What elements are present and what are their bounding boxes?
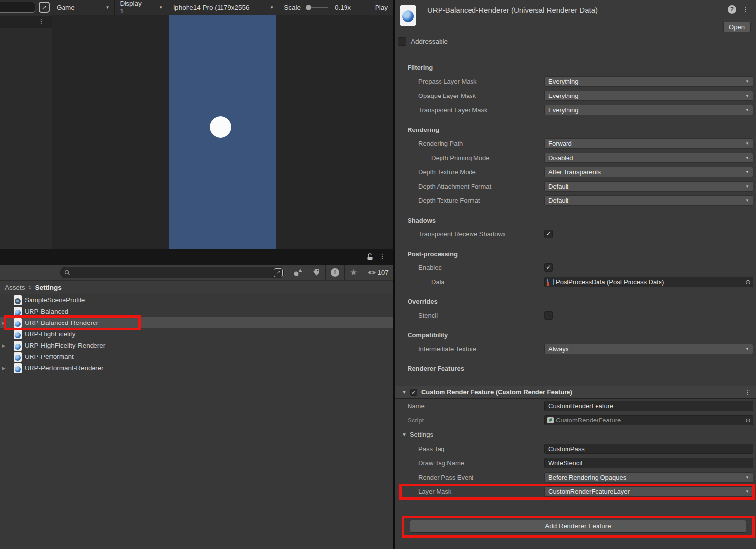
dropdown-value: Forward [548,140,572,147]
search-by-label-button[interactable] [307,265,325,280]
feature-script-object-field[interactable]: # CustomRenderFeature ⊙ [544,415,753,425]
chevron-right-icon: > [29,284,32,291]
search-in-new-window-icon[interactable]: ↗ [274,268,283,277]
search-input[interactable]: ↗ [60,267,284,278]
feature-name-input[interactable]: CustomRenderFeature [544,401,753,411]
post-process-data-object-field[interactable]: PostProcessData (Post Process Data) ⊙ [544,277,753,287]
section-rendering: Rendering [408,126,756,134]
resolution-dropdown[interactable]: iphohe14 Pro (1179x2556 ▼ [168,0,279,15]
depth-texture-format-dropdown[interactable]: Default▼ [544,195,753,206]
object-picker-icon[interactable]: ⊙ [743,277,753,287]
breadcrumb-settings[interactable]: Settings [35,284,62,291]
transparent-layer-mask-dropdown[interactable]: Everything▼ [544,105,753,115]
kebab-menu-icon[interactable]: ⋮ [744,388,751,396]
list-item[interactable]: URP-Balanced [0,306,393,317]
breadcrumb-assets[interactable]: Assets [5,284,25,291]
foldout-open-icon[interactable]: ▼ [402,389,407,395]
field-label: Opaque Layer Mask [395,92,544,99]
addressable-checkbox[interactable] [398,37,406,46]
help-icon[interactable]: ? [728,5,736,14]
opaque-layer-mask-dropdown[interactable]: Everything▼ [544,91,753,101]
project-file-list: SampleSceneProfile URP-Balanced ▶ URP-Ba… [0,294,393,549]
object-picker-icon[interactable]: ⊙ [743,416,753,425]
pass-tag-input[interactable]: CustomPass [544,444,753,454]
intermediate-texture-dropdown[interactable]: Always▼ [544,344,753,354]
kebab-menu-icon[interactable]: ⋮ [742,5,749,13]
game-tab-dropdown[interactable]: Game ▼ [52,0,115,15]
field-label: Name [395,402,544,410]
search-by-import-log-button[interactable]: ! [325,265,344,280]
open-button[interactable]: Open [723,22,751,32]
foldout-closed-icon[interactable]: ▶ [0,343,8,348]
urp-asset-icon [14,307,22,317]
tag-icon [312,268,320,277]
display-label: Display 1 [120,0,146,15]
depth-priming-mode-dropdown[interactable]: Disabled▼ [544,153,753,163]
section-post-processing: Post-processing [408,250,756,258]
list-item[interactable]: URP-HighFidelity [0,328,393,340]
object-field-value: CustomRenderFeature [556,417,621,424]
field-label: Transparent Receive Shadows [395,230,544,238]
add-renderer-feature-button[interactable]: Add Renderer Feature [410,520,746,533]
dropdown-value: Default [548,183,568,190]
display-dropdown[interactable]: Display 1 ▼ [115,0,168,15]
feature-enabled-checkbox[interactable]: ✓ [410,389,417,396]
depth-texture-mode-dropdown[interactable]: After Transparents▼ [544,167,753,177]
list-item[interactable]: SampleSceneProfile [0,294,393,306]
chevron-down-icon: ▼ [745,184,749,189]
custom-render-feature-header[interactable]: ▼ ✓ Custom Render Feature (Custom Render… [395,386,756,399]
chevron-down-icon: ▼ [745,489,749,494]
left-toolbar-input[interactable] [0,2,35,13]
star-icon: ★ [350,268,357,277]
foldout-closed-icon[interactable]: ▶ [0,366,8,371]
kebab-menu-icon[interactable]: ⋮ [38,17,45,25]
scale-slider[interactable] [306,5,328,10]
section-renderer-features: Renderer Features [408,365,756,373]
field-label: Transparent Layer Mask [395,106,544,114]
depth-attachment-format-dropdown[interactable]: Default▼ [544,181,753,192]
field-label: Depth Texture Format [395,197,544,204]
foldout-closed-icon[interactable]: ▶ [0,321,8,325]
kebab-menu-icon[interactable]: ⋮ [379,252,386,260]
transparent-receive-shadows-checkbox[interactable]: ✓ [544,230,553,238]
chevron-down-icon: ▼ [745,170,749,174]
dropdown-value: Everything [548,92,578,99]
slider-track[interactable] [311,7,328,8]
slider-knob[interactable] [306,5,311,10]
visible-count[interactable]: 107 [363,265,393,280]
dropdown-value: Before Rendering Opaques [548,474,626,481]
inspector-content: Filtering Prepass Layer Mask Everything▼… [395,64,756,538]
field-label: Layer Mask [395,488,544,495]
render-pass-event-dropdown[interactable]: Before Rendering Opaques▼ [544,472,753,483]
stencil-checkbox[interactable] [544,311,553,320]
field-label: Draw Tag Name [395,459,544,467]
game-tab-label: Game [57,4,75,11]
list-item[interactable]: URP-Performant [0,351,393,362]
inspector-panel: URP-Balanced-Renderer (Universal Rendere… [395,0,756,549]
prepass-layer-mask-dropdown[interactable]: Everything▼ [544,76,753,87]
list-item[interactable]: ▶ URP-HighFidelity-Renderer [0,340,393,351]
draw-tag-name-input[interactable]: WriteStencil [544,458,753,468]
addressable-label: Addressable [411,38,448,45]
play-focused-dropdown[interactable]: Play [369,0,393,15]
lock-icon[interactable] [367,253,373,261]
list-item-selected[interactable]: ▶ URP-Balanced-Renderer [0,317,393,328]
annotation-box: Add Renderer Feature [402,516,755,538]
rendering-path-dropdown[interactable]: Forward▼ [544,138,753,149]
field-label: Stencil [395,312,544,319]
urp-asset-icon [14,352,22,362]
warning-icon: ! [331,268,339,277]
field-label: Script [395,417,544,424]
post-processing-enabled-checkbox[interactable]: ✓ [544,263,553,272]
list-item[interactable]: ▶ URP-Performant-Renderer [0,362,393,374]
rendered-sphere [210,116,231,138]
section-filtering: Filtering [408,64,756,72]
layer-mask-dropdown[interactable]: CustomRenderFeatureLayer▼ [544,486,753,497]
phone-screen-render [169,15,276,249]
maximize-on-play-icon[interactable]: ↗ [39,2,50,13]
settings-foldout[interactable]: ▼ Settings [402,429,756,440]
favorites-button[interactable]: ★ [344,265,363,280]
left-panel-subheader: ⋮ [0,16,52,28]
breadcrumb: Assets > Settings [0,281,393,294]
search-by-type-button[interactable] [288,265,307,280]
